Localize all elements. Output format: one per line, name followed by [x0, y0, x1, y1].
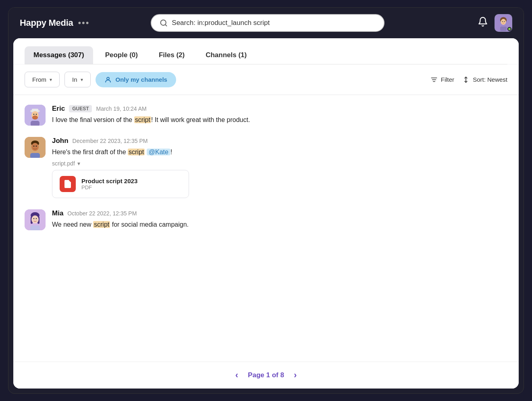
- mia-message-body: Mia October 22 2022, 12:35 PM We need ne…: [52, 209, 507, 229]
- eric-time: March 19, 10:24 AM: [96, 105, 146, 112]
- my-channels-label: Only my channels: [116, 76, 167, 83]
- next-page-button[interactable]: ›: [294, 370, 297, 380]
- attachment-type: PDF: [81, 184, 137, 190]
- header: Happy Media ••• Search: in:product_launc…: [8, 8, 524, 38]
- svg-point-23: [31, 143, 39, 151]
- svg-point-25: [36, 146, 37, 147]
- mia-message-header: Mia October 22 2022, 12:35 PM: [52, 209, 507, 217]
- page-indicator: Page 1 of 8: [248, 371, 284, 379]
- john-time: December 22 2023, 12:35 PM: [73, 138, 148, 144]
- message-item: Eric GUEST March 19, 10:24 AM I love the…: [25, 105, 507, 126]
- tab-people[interactable]: People (0): [96, 46, 147, 64]
- svg-point-24: [33, 146, 35, 147]
- message-item: John December 22 2023, 12:35 PM Here's t…: [25, 137, 507, 198]
- john-message-text: Here's the first draft of the script @Ka…: [52, 147, 507, 157]
- header-right: [478, 14, 512, 32]
- from-filter-button[interactable]: From ▾: [25, 72, 60, 87]
- prev-page-button[interactable]: ‹: [235, 370, 238, 380]
- mia-message-text: We need new script for social media camp…: [52, 220, 507, 229]
- brand-area: Happy Media •••: [20, 18, 100, 28]
- from-filter-label: From: [32, 76, 46, 83]
- filters-row: From ▾ In ▾ Only my channels: [13, 64, 519, 95]
- sort-button[interactable]: Sort: Newest: [462, 76, 507, 83]
- more-menu-icon[interactable]: •••: [78, 18, 89, 28]
- in-filter-button[interactable]: In ▾: [64, 72, 91, 87]
- john-message-body: John December 22 2023, 12:35 PM Here's t…: [52, 137, 507, 198]
- tabs-bar: Messages (307) People (0) Files (2) Chan…: [13, 38, 519, 64]
- message-item: Mia October 22 2022, 12:35 PM We need ne…: [25, 209, 507, 230]
- eric-avatar: [25, 105, 46, 126]
- svg-rect-26: [30, 153, 40, 158]
- john-message-header: John December 22 2023, 12:35 PM: [52, 137, 507, 145]
- eric-message-text: I love the final version of the script! …: [52, 115, 507, 125]
- eric-guest-badge: GUEST: [69, 105, 92, 112]
- person-icon: [104, 76, 112, 83]
- filter-label: Filter: [441, 76, 454, 83]
- app-wrapper: Happy Media ••• Search: in:product_launc…: [8, 7, 524, 394]
- svg-rect-7: [500, 27, 507, 31]
- john-avatar: [25, 137, 46, 158]
- svg-point-5: [502, 21, 503, 22]
- search-input-wrap[interactable]: Search: in:product_launch script: [151, 14, 384, 32]
- attachment-name: Product script 2023: [81, 178, 137, 184]
- eric-message-header: Eric GUEST March 19, 10:24 AM: [52, 105, 507, 113]
- in-filter-label: In: [72, 76, 77, 83]
- svg-point-17: [32, 116, 38, 120]
- attachment-chevron-icon: ▾: [77, 160, 80, 167]
- messages-list: Eric GUEST March 19, 10:24 AM I love the…: [13, 95, 519, 362]
- filter-right: Filter Sort: Newest: [430, 76, 507, 83]
- attachment-label[interactable]: script.pdf ▾: [52, 160, 507, 167]
- mia-highlight: script: [93, 221, 110, 228]
- attachment-info: Product script 2023 PDF: [81, 178, 137, 190]
- tab-messages[interactable]: Messages (307): [25, 46, 93, 64]
- search-bar: Search: in:product_launch script: [151, 14, 384, 32]
- svg-rect-20: [31, 121, 39, 126]
- online-status-dot: [507, 27, 511, 31]
- sort-label: Sort: Newest: [473, 76, 507, 83]
- filter-button[interactable]: Filter: [430, 76, 454, 83]
- svg-point-35: [36, 218, 37, 219]
- eric-highlight: script: [134, 116, 151, 123]
- svg-point-18: [33, 114, 35, 115]
- my-channels-button[interactable]: Only my channels: [96, 72, 176, 87]
- attachment-card[interactable]: Product script 2023 PDF: [52, 170, 189, 198]
- pdf-icon: [60, 176, 76, 192]
- from-chevron-icon: ▾: [50, 77, 52, 83]
- john-highlight: script: [128, 149, 145, 155]
- notification-icon[interactable]: [478, 17, 488, 29]
- svg-point-4: [501, 19, 506, 25]
- in-chevron-icon: ▾: [81, 77, 83, 83]
- search-value: Search: in:product_launch script: [172, 19, 270, 27]
- pagination: ‹ Page 1 of 8 ›: [13, 362, 519, 389]
- main-content: Messages (307) People (0) Files (2) Chan…: [13, 38, 519, 389]
- mia-time: October 22 2022, 12:35 PM: [67, 210, 137, 217]
- svg-line-1: [165, 25, 167, 26]
- filter-icon: [430, 76, 438, 83]
- tab-files[interactable]: Files (2): [150, 46, 193, 64]
- john-mention: @Kate: [147, 149, 170, 155]
- john-author: John: [52, 137, 69, 145]
- svg-point-33: [31, 215, 39, 223]
- tab-channels[interactable]: Channels (1): [197, 46, 256, 64]
- user-avatar-wrap[interactable]: [495, 14, 512, 32]
- svg-rect-15: [32, 109, 38, 112]
- svg-point-8: [107, 77, 109, 80]
- svg-point-19: [36, 114, 37, 115]
- sort-icon: [462, 76, 470, 83]
- svg-point-6: [504, 21, 505, 22]
- search-icon: [160, 19, 168, 27]
- brand-name: Happy Media: [20, 18, 73, 28]
- svg-rect-36: [30, 225, 40, 230]
- eric-author: Eric: [52, 105, 65, 113]
- svg-point-34: [33, 218, 35, 219]
- mia-author: Mia: [52, 209, 63, 217]
- mia-avatar: [25, 209, 46, 230]
- eric-message-body: Eric GUEST March 19, 10:24 AM I love the…: [52, 105, 507, 125]
